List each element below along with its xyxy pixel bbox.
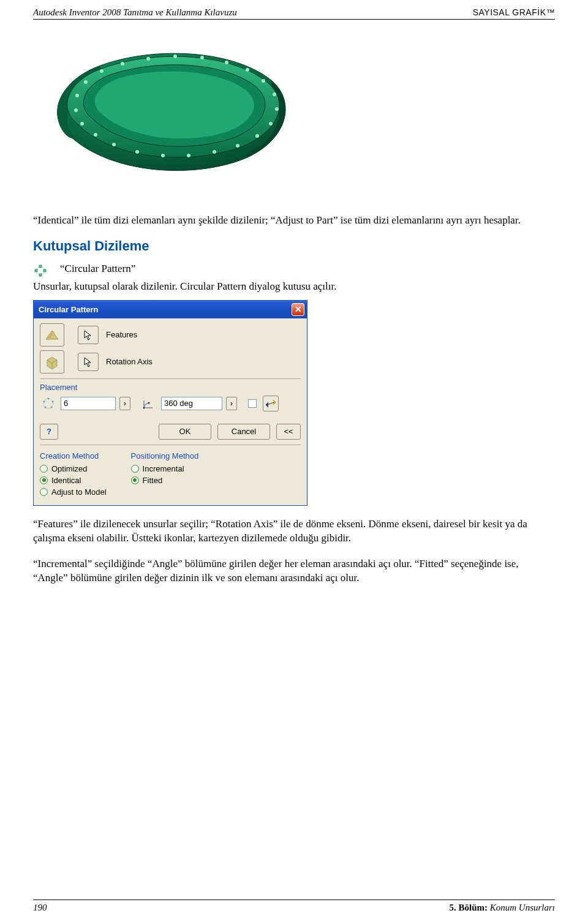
angle-input[interactable] (161, 397, 222, 410)
svg-point-17 (236, 144, 239, 148)
section-heading: Kutupsal Dizileme (33, 238, 555, 254)
dialog-button-row: ? OK Cancel << (40, 424, 301, 440)
separator-2 (40, 445, 301, 445)
circular-pattern-tool-icon (34, 265, 47, 277)
count-input[interactable] (61, 397, 116, 410)
help-button[interactable]: ? (40, 424, 58, 440)
midplane-checkbox[interactable] (248, 399, 257, 408)
svg-point-34 (43, 400, 45, 402)
svg-rect-26 (43, 269, 46, 272)
creation-method-label: Creation Method (40, 451, 107, 460)
rotation-axis-row: Rotation Axis (40, 350, 301, 374)
circular-pattern-dialog: Circular Pattern ✕ (33, 300, 307, 506)
paragraph-identical: “Identical” ile tüm dizi elemanları aynı… (33, 213, 555, 227)
positioning-method-label: Positioning Method (131, 451, 199, 460)
svg-point-21 (135, 150, 139, 154)
svg-rect-28 (35, 269, 37, 272)
placement-row: › › (40, 396, 301, 411)
features-select-button[interactable] (78, 326, 99, 344)
footer-rule (33, 900, 555, 900)
paragraph-incremental: “Incremental” seçildiğinde “Angle” bölüm… (33, 557, 555, 585)
svg-point-9 (200, 56, 204, 59)
header-right: SAYISAL GRAFİK™ (473, 7, 555, 18)
svg-point-6 (121, 62, 124, 66)
svg-point-23 (94, 133, 97, 137)
positioning-option-fitted[interactable]: Fitted (131, 476, 199, 485)
paragraph-features: “Features” ile dizilenecek unsurlar seçi… (33, 517, 555, 546)
count-spinner[interactable]: › (119, 397, 130, 410)
svg-point-10 (225, 61, 228, 64)
svg-point-35 (143, 407, 145, 408)
svg-point-32 (51, 406, 53, 408)
angle-icon (140, 396, 157, 411)
radio-icon (131, 476, 139, 484)
svg-rect-27 (39, 274, 42, 276)
radio-icon (40, 488, 48, 496)
placement-label: Placement (40, 383, 301, 392)
svg-point-19 (187, 154, 190, 157)
radio-label: Optimized (51, 464, 88, 473)
svg-point-20 (161, 154, 165, 157)
header-left: Autodesk Inventor 2008 Tanıtma ve Kullan… (33, 7, 237, 18)
close-icon: ✕ (295, 304, 302, 314)
rotation-axis-label: Rotation Axis (106, 357, 153, 366)
tool-row: “Circular Pattern” (33, 263, 555, 277)
creation-option-identical[interactable]: Identical (40, 476, 107, 485)
svg-point-7 (146, 57, 150, 61)
chapter-label: 5. Bölüm: Konum Unsurları (449, 903, 555, 913)
svg-point-36 (148, 402, 150, 404)
svg-point-13 (273, 92, 276, 96)
svg-point-8 (173, 54, 177, 58)
positioning-method-group: Positioning Method Incremental Fitted (131, 451, 199, 499)
methods-section: Creation Method Optimized Identical Adju… (40, 451, 301, 499)
ok-button[interactable]: OK (159, 424, 211, 440)
solid-mode-button[interactable] (40, 350, 64, 374)
chapter-rest: Konum Unsurları (488, 903, 555, 912)
dialog-titlebar[interactable]: Circular Pattern ✕ (34, 301, 307, 318)
svg-rect-25 (39, 265, 42, 268)
radio-label: Fitted (143, 476, 163, 485)
creation-method-group: Creation Method Optimized Identical Adju… (40, 451, 107, 499)
creation-option-optimized[interactable]: Optimized (40, 464, 107, 473)
radio-label: Incremental (143, 464, 184, 473)
svg-point-3 (75, 94, 79, 97)
cancel-button[interactable]: Cancel (217, 424, 270, 440)
dialog-screenshot: Circular Pattern ✕ (33, 300, 555, 506)
tool-description: “Circular Pattern” (60, 263, 135, 275)
header-rule (33, 19, 555, 20)
page-header: Autodesk Inventor 2008 Tanıtma ve Kullan… (0, 0, 588, 19)
creation-option-adjust[interactable]: Adjust to Model (40, 487, 107, 497)
rotation-axis-select-button[interactable] (78, 353, 99, 371)
help-icon: ? (47, 427, 51, 436)
positioning-option-incremental[interactable]: Incremental (131, 464, 199, 473)
svg-point-2 (74, 108, 78, 112)
chapter-bold: 5. Bölüm: (449, 903, 488, 912)
radio-label: Identical (51, 476, 81, 485)
expand-button[interactable]: << (276, 424, 301, 440)
svg-point-16 (255, 134, 259, 138)
radio-icon (40, 476, 48, 484)
direction-button[interactable] (263, 396, 279, 411)
radio-icon (40, 465, 48, 473)
svg-point-31 (52, 400, 54, 402)
close-button[interactable]: ✕ (292, 303, 304, 316)
features-label: Features (106, 330, 137, 339)
svg-point-12 (262, 79, 265, 83)
svg-point-1 (80, 122, 84, 126)
svg-point-14 (275, 107, 279, 111)
features-row: Features (40, 323, 301, 347)
features-mode-button[interactable] (40, 323, 64, 347)
tool-description-body: Unsurlar, kutupsal olarak dizilenir. Cir… (33, 279, 555, 293)
page-footer: 190 5. Bölüm: Konum Unsurları (33, 900, 555, 913)
svg-point-5 (100, 69, 104, 73)
svg-point-4 (84, 80, 88, 84)
svg-point-11 (246, 68, 249, 72)
angle-spinner[interactable]: › (226, 397, 237, 410)
svg-point-18 (213, 150, 216, 154)
part-3d-render (33, 32, 296, 197)
dialog-title: Circular Pattern (39, 305, 99, 314)
svg-point-22 (112, 143, 116, 146)
svg-point-33 (45, 406, 47, 408)
separator-1 (40, 378, 301, 379)
svg-point-15 (269, 122, 273, 126)
